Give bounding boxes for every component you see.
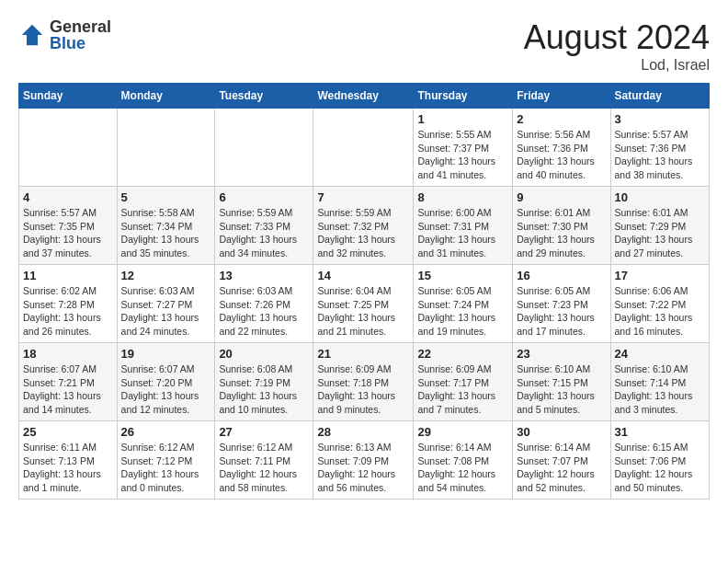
calendar-header-friday: Friday: [513, 84, 610, 109]
day-number: 29: [417, 425, 508, 439]
day-info: Sunrise: 6:04 AMSunset: 7:25 PMDaylight:…: [317, 284, 409, 339]
day-info: Sunrise: 6:08 AMSunset: 7:19 PMDaylight:…: [219, 362, 309, 417]
day-number: 24: [615, 347, 705, 361]
day-number: 7: [317, 190, 409, 204]
day-number: 21: [317, 347, 409, 361]
day-number: 5: [121, 190, 211, 204]
calendar-cell: 21Sunrise: 6:09 AMSunset: 7:18 PMDayligh…: [313, 343, 414, 421]
calendar-cell: 24Sunrise: 6:10 AMSunset: 7:14 PMDayligh…: [610, 343, 709, 421]
day-number: 8: [417, 190, 508, 204]
day-info: Sunrise: 6:06 AMSunset: 7:22 PMDaylight:…: [615, 284, 705, 339]
calendar-cell: 26Sunrise: 6:12 AMSunset: 7:12 PMDayligh…: [117, 421, 215, 500]
day-info: Sunrise: 6:13 AMSunset: 7:09 PMDaylight:…: [317, 441, 409, 495]
calendar-cell: 6Sunrise: 5:59 AMSunset: 7:33 PMDaylight…: [215, 187, 313, 265]
calendar-cell: 16Sunrise: 6:05 AMSunset: 7:23 PMDayligh…: [513, 265, 610, 343]
day-number: 4: [23, 190, 113, 204]
day-number: 1: [417, 112, 508, 126]
calendar-cell: 19Sunrise: 6:07 AMSunset: 7:20 PMDayligh…: [117, 343, 215, 421]
day-info: Sunrise: 5:59 AMSunset: 7:33 PMDaylight:…: [219, 206, 309, 260]
calendar-cell: [313, 109, 414, 187]
calendar-header-saturday: Saturday: [610, 84, 709, 109]
calendar-cell: 22Sunrise: 6:09 AMSunset: 7:17 PMDayligh…: [414, 343, 513, 421]
title-block: August 2024 Lod, Israel: [524, 18, 710, 74]
calendar-cell: 2Sunrise: 5:56 AMSunset: 7:36 PMDaylight…: [513, 109, 610, 187]
page-header: General Blue August 2024 Lod, Israel: [18, 18, 710, 74]
calendar-cell: 17Sunrise: 6:06 AMSunset: 7:22 PMDayligh…: [610, 265, 709, 343]
day-number: 2: [517, 112, 606, 126]
calendar-cell: 1Sunrise: 5:55 AMSunset: 7:37 PMDaylight…: [414, 109, 513, 187]
calendar-cell: 23Sunrise: 6:10 AMSunset: 7:15 PMDayligh…: [513, 343, 610, 421]
calendar-week-5: 25Sunrise: 6:11 AMSunset: 7:13 PMDayligh…: [19, 421, 710, 500]
day-number: 14: [317, 269, 409, 282]
day-info: Sunrise: 6:01 AMSunset: 7:30 PMDaylight:…: [517, 206, 606, 260]
day-info: Sunrise: 6:03 AMSunset: 7:27 PMDaylight:…: [121, 284, 211, 339]
calendar-cell: 9Sunrise: 6:01 AMSunset: 7:30 PMDaylight…: [513, 187, 610, 265]
calendar-table: SundayMondayTuesdayWednesdayThursdayFrid…: [18, 83, 710, 500]
logo: General Blue: [18, 18, 111, 52]
day-info: Sunrise: 6:09 AMSunset: 7:18 PMDaylight:…: [317, 362, 409, 417]
calendar-week-4: 18Sunrise: 6:07 AMSunset: 7:21 PMDayligh…: [19, 343, 710, 421]
calendar-cell: [19, 109, 118, 187]
day-info: Sunrise: 5:55 AMSunset: 7:37 PMDaylight:…: [417, 128, 508, 182]
day-number: 19: [121, 347, 211, 361]
calendar-cell: [117, 109, 215, 187]
day-info: Sunrise: 6:12 AMSunset: 7:11 PMDaylight:…: [219, 441, 309, 495]
calendar-cell: 31Sunrise: 6:15 AMSunset: 7:06 PMDayligh…: [610, 421, 709, 500]
calendar-header-row: SundayMondayTuesdayWednesdayThursdayFrid…: [19, 84, 710, 109]
day-number: 16: [517, 269, 606, 282]
calendar-week-3: 11Sunrise: 6:02 AMSunset: 7:28 PMDayligh…: [19, 265, 710, 343]
calendar-cell: 11Sunrise: 6:02 AMSunset: 7:28 PMDayligh…: [19, 265, 118, 343]
day-info: Sunrise: 5:58 AMSunset: 7:34 PMDaylight:…: [121, 206, 211, 260]
main-title: August 2024: [524, 18, 710, 57]
calendar-week-2: 4Sunrise: 5:57 AMSunset: 7:35 PMDaylight…: [19, 187, 710, 265]
day-info: Sunrise: 6:10 AMSunset: 7:15 PMDaylight:…: [517, 362, 606, 417]
day-number: 3: [615, 112, 705, 126]
day-info: Sunrise: 6:01 AMSunset: 7:29 PMDaylight:…: [615, 206, 705, 260]
calendar-cell: 15Sunrise: 6:05 AMSunset: 7:24 PMDayligh…: [414, 265, 513, 343]
day-info: Sunrise: 6:10 AMSunset: 7:14 PMDaylight:…: [615, 362, 705, 417]
calendar-cell: 10Sunrise: 6:01 AMSunset: 7:29 PMDayligh…: [610, 187, 709, 265]
calendar-week-1: 1Sunrise: 5:55 AMSunset: 7:37 PMDaylight…: [19, 109, 710, 187]
day-number: 27: [219, 425, 309, 439]
day-number: 23: [517, 347, 606, 361]
day-info: Sunrise: 6:14 AMSunset: 7:07 PMDaylight:…: [517, 441, 606, 495]
day-number: 12: [121, 269, 211, 282]
day-number: 30: [517, 425, 606, 439]
day-info: Sunrise: 6:00 AMSunset: 7:31 PMDaylight:…: [417, 206, 508, 260]
day-number: 18: [23, 347, 113, 361]
calendar-header-thursday: Thursday: [414, 84, 513, 109]
day-number: 17: [615, 269, 705, 282]
calendar-cell: 13Sunrise: 6:03 AMSunset: 7:26 PMDayligh…: [215, 265, 313, 343]
day-info: Sunrise: 5:59 AMSunset: 7:32 PMDaylight:…: [317, 206, 409, 260]
calendar-header-wednesday: Wednesday: [313, 84, 414, 109]
calendar-cell: 25Sunrise: 6:11 AMSunset: 7:13 PMDayligh…: [19, 421, 118, 500]
day-info: Sunrise: 6:05 AMSunset: 7:24 PMDaylight:…: [417, 284, 508, 339]
calendar-header-sunday: Sunday: [19, 84, 118, 109]
day-info: Sunrise: 5:57 AMSunset: 7:35 PMDaylight:…: [23, 206, 113, 260]
calendar-cell: 18Sunrise: 6:07 AMSunset: 7:21 PMDayligh…: [19, 343, 118, 421]
calendar-cell: 28Sunrise: 6:13 AMSunset: 7:09 PMDayligh…: [313, 421, 414, 500]
day-info: Sunrise: 6:12 AMSunset: 7:12 PMDaylight:…: [121, 441, 211, 495]
day-number: 25: [23, 425, 113, 439]
calendar-cell: 5Sunrise: 5:58 AMSunset: 7:34 PMDaylight…: [117, 187, 215, 265]
calendar-cell: 8Sunrise: 6:00 AMSunset: 7:31 PMDaylight…: [414, 187, 513, 265]
calendar-cell: 29Sunrise: 6:14 AMSunset: 7:08 PMDayligh…: [414, 421, 513, 500]
logo-icon: [18, 21, 46, 49]
day-number: 6: [219, 190, 309, 204]
day-number: 20: [219, 347, 309, 361]
logo-blue-text: Blue: [50, 35, 111, 52]
day-info: Sunrise: 6:11 AMSunset: 7:13 PMDaylight:…: [23, 441, 113, 495]
calendar-cell: 30Sunrise: 6:14 AMSunset: 7:07 PMDayligh…: [513, 421, 610, 500]
day-number: 31: [615, 425, 705, 439]
day-number: 28: [317, 425, 409, 439]
day-number: 10: [615, 190, 705, 204]
calendar-cell: 4Sunrise: 5:57 AMSunset: 7:35 PMDaylight…: [19, 187, 118, 265]
day-number: 15: [417, 269, 508, 282]
day-info: Sunrise: 6:02 AMSunset: 7:28 PMDaylight:…: [23, 284, 113, 339]
day-info: Sunrise: 5:57 AMSunset: 7:36 PMDaylight:…: [615, 128, 705, 182]
calendar-cell: 3Sunrise: 5:57 AMSunset: 7:36 PMDaylight…: [610, 109, 709, 187]
day-info: Sunrise: 6:14 AMSunset: 7:08 PMDaylight:…: [417, 441, 508, 495]
calendar-cell: 12Sunrise: 6:03 AMSunset: 7:27 PMDayligh…: [117, 265, 215, 343]
day-info: Sunrise: 6:07 AMSunset: 7:21 PMDaylight:…: [23, 362, 113, 417]
logo-general-text: General: [50, 18, 111, 35]
